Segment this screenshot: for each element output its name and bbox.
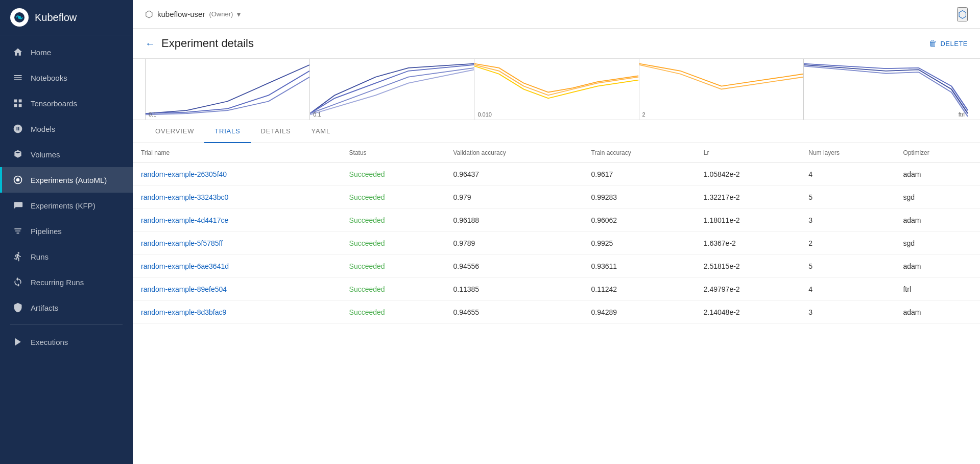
sidebar-item-tensorboards[interactable]: Tensorboards xyxy=(0,90,133,116)
sidebar-item-label: Recurring Runs xyxy=(31,278,84,287)
sidebar-item-pipelines[interactable]: Pipelines xyxy=(0,218,133,244)
namespace-dropdown-arrow[interactable]: ▾ xyxy=(237,10,241,18)
status-badge: Succeeded xyxy=(349,262,385,270)
cell-trial-name[interactable]: random-example-8d3bfac9 xyxy=(133,301,341,324)
cell-lr: 1.32217e-2 xyxy=(696,186,800,209)
tabs: OVERVIEW TRIALS DETAILS YAML xyxy=(133,120,980,143)
cell-val-acc: 0.96437 xyxy=(445,163,583,186)
sidebar-item-experiments-automl[interactable]: Experiments (AutoML) xyxy=(0,167,133,193)
logout-button[interactable]: ⬡ xyxy=(957,7,968,21)
chart-label-5: ftrl xyxy=(959,111,965,118)
table-row: random-example-33243bc0 Succeeded 0.979 … xyxy=(133,186,980,209)
svg-marker-8 xyxy=(15,338,21,346)
cell-num-layers: 3 xyxy=(800,301,895,324)
trial-name-link[interactable]: random-example-89efe504 xyxy=(141,285,227,293)
cell-lr: 1.18011e-2 xyxy=(696,209,800,232)
trial-name-link[interactable]: random-example-26305f40 xyxy=(141,170,227,178)
sidebar-item-runs[interactable]: Runs xyxy=(0,244,133,269)
delete-button[interactable]: 🗑 DELETE xyxy=(929,39,968,48)
cell-status: Succeeded xyxy=(341,232,445,255)
tab-yaml[interactable]: YAML xyxy=(301,120,341,143)
cell-trial-name[interactable]: random-example-6ae3641d xyxy=(133,255,341,278)
cell-train-acc: 0.9617 xyxy=(583,163,696,186)
cell-train-acc: 0.93611 xyxy=(583,255,696,278)
home-icon xyxy=(12,47,23,58)
model-icon xyxy=(12,123,23,134)
trial-name-link[interactable]: random-example-8d3bfac9 xyxy=(141,308,226,316)
experiments-automl-icon xyxy=(12,174,23,185)
tab-trials[interactable]: TRIALS xyxy=(204,120,250,143)
sidebar-item-artifacts[interactable]: Artifacts xyxy=(0,295,133,320)
main-content: ⬡ kubeflow-user (Owner) ▾ ⬡ ← Experiment… xyxy=(133,0,980,464)
cell-val-acc: 0.96188 xyxy=(445,209,583,232)
chart-panel-2: 0.1 xyxy=(309,59,474,120)
table-row: random-example-26305f40 Succeeded 0.9643… xyxy=(133,163,980,186)
cell-trial-name[interactable]: random-example-89efe504 xyxy=(133,278,341,301)
sidebar-item-volumes[interactable]: Volumes xyxy=(0,142,133,167)
chart-svg-3 xyxy=(474,59,638,120)
sidebar-item-label: Notebooks xyxy=(31,74,67,82)
cell-trial-name[interactable]: random-example-5f5785ff xyxy=(133,232,341,255)
status-badge: Succeeded xyxy=(349,239,385,247)
trial-name-link[interactable]: random-example-4d4417ce xyxy=(141,216,228,224)
sidebar-item-label: Experiments (AutoML) xyxy=(31,176,107,184)
table-row: random-example-89efe504 Succeeded 0.1138… xyxy=(133,278,980,301)
cell-val-acc: 0.94556 xyxy=(445,255,583,278)
cell-trial-name[interactable]: random-example-33243bc0 xyxy=(133,186,341,209)
experiments-kfp-icon xyxy=(12,200,23,211)
trial-name-link[interactable]: random-example-5f5785ff xyxy=(141,239,223,247)
sidebar-item-models[interactable]: Models xyxy=(0,116,133,142)
chart-area: 0.1 0.1 0.010 xyxy=(133,59,980,120)
cell-val-acc: 0.94655 xyxy=(445,301,583,324)
trial-name-link[interactable]: random-example-6ae3641d xyxy=(141,262,229,270)
status-badge: Succeeded xyxy=(349,216,385,224)
cell-optimizer: sgd xyxy=(895,186,980,209)
cell-trial-name[interactable]: random-example-26305f40 xyxy=(133,163,341,186)
tab-details[interactable]: DETAILS xyxy=(251,120,301,143)
chart-container: 0.1 0.1 0.010 xyxy=(145,59,968,120)
sidebar-item-notebooks[interactable]: Notebooks xyxy=(0,65,133,90)
pipelines-icon xyxy=(12,225,23,237)
sidebar-item-home[interactable]: Home xyxy=(0,39,133,65)
table-body: random-example-26305f40 Succeeded 0.9643… xyxy=(133,163,980,324)
cell-trial-name[interactable]: random-example-4d4417ce xyxy=(133,209,341,232)
sidebar-item-experiments-kfp[interactable]: Experiments (KFP) xyxy=(0,193,133,218)
sidebar-item-label: Home xyxy=(31,48,51,57)
svg-rect-4 xyxy=(14,104,17,107)
cell-status: Succeeded xyxy=(341,209,445,232)
tab-overview[interactable]: OVERVIEW xyxy=(145,120,204,143)
svg-point-1 xyxy=(18,16,21,19)
sidebar-item-label: Executions xyxy=(31,338,68,346)
cell-status: Succeeded xyxy=(341,278,445,301)
chart-label-4: 2 xyxy=(642,111,646,118)
sidebar-item-executions[interactable]: Executions xyxy=(0,329,133,355)
table-row: random-example-8d3bfac9 Succeeded 0.9465… xyxy=(133,301,980,324)
status-badge: Succeeded xyxy=(349,285,385,293)
namespace-icon: ⬡ xyxy=(145,9,153,20)
trial-name-link[interactable]: random-example-33243bc0 xyxy=(141,193,228,201)
sidebar-item-label: Models xyxy=(31,125,55,133)
artifacts-icon xyxy=(12,302,23,313)
svg-rect-3 xyxy=(19,100,22,103)
cell-num-layers: 4 xyxy=(800,278,895,301)
cell-train-acc: 0.11242 xyxy=(583,278,696,301)
sidebar-item-label: Experiments (KFP) xyxy=(31,201,95,210)
sidebar-divider xyxy=(10,324,123,325)
cell-optimizer: adam xyxy=(895,209,980,232)
sidebar-item-recurring-runs[interactable]: Recurring Runs xyxy=(0,269,133,295)
cell-num-layers: 5 xyxy=(800,186,895,209)
page-header-left: ← Experiment details xyxy=(145,37,254,50)
back-button[interactable]: ← xyxy=(145,38,155,50)
namespace-role: (Owner) xyxy=(209,10,233,18)
chart-panel-1: 0.1 xyxy=(145,59,309,120)
cell-lr: 1.05842e-2 xyxy=(696,163,800,186)
cell-optimizer: sgd xyxy=(895,232,980,255)
sidebar: Kubeflow Home Notebooks Tensorboards xyxy=(0,0,133,464)
cell-optimizer: adam xyxy=(895,301,980,324)
logo-text: Kubeflow xyxy=(35,12,77,24)
table-row: random-example-6ae3641d Succeeded 0.9455… xyxy=(133,255,980,278)
topbar-right: ⬡ xyxy=(957,7,968,21)
cell-optimizer: ftrl xyxy=(895,278,980,301)
tensorboard-icon xyxy=(12,98,23,109)
chart-panel-5: ftrl xyxy=(803,59,968,120)
